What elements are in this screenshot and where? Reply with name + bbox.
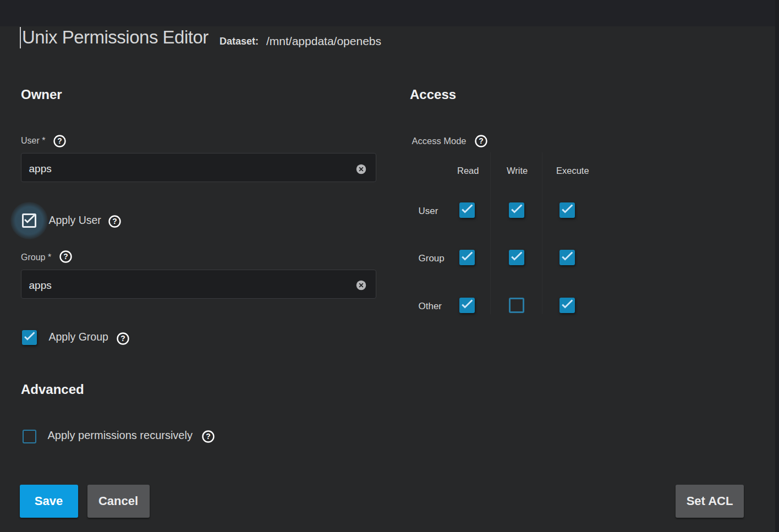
svg-text:?: ? — [206, 432, 210, 441]
svg-text:?: ? — [57, 136, 62, 145]
svg-text:?: ? — [63, 252, 68, 261]
svg-text:?: ? — [121, 334, 125, 343]
svg-text:?: ? — [112, 217, 117, 226]
svg-text:?: ? — [479, 136, 483, 145]
